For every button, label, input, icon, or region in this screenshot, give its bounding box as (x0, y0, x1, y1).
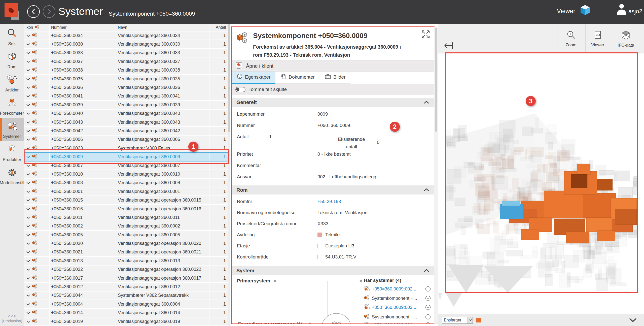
zoom-button[interactable]: Zoom (558, 26, 584, 52)
table-row[interactable]: +050=360.0005Ventilasjonsaggregat 360.00… (24, 231, 228, 239)
detail-scrollbar[interactable] (434, 27, 438, 324)
chevron-down-icon[interactable] (26, 59, 30, 64)
chevron-down-icon[interactable] (26, 42, 30, 47)
chevron-down-icon[interactable] (26, 249, 30, 255)
expand-icon[interactable] (421, 30, 430, 40)
chevron-down-icon[interactable] (26, 137, 30, 142)
column-header-nummer[interactable]: Nummer (50, 24, 116, 31)
chevron-down-icon[interactable] (26, 146, 30, 151)
table-row[interactable]: +050=360.0043Ventilasjonsaggregat 360.00… (24, 118, 228, 126)
table-row[interactable]: +050=360.0038Ventilasjonsaggregat 360.00… (24, 66, 228, 74)
chevron-down-icon[interactable] (26, 215, 30, 220)
chevron-down-icon[interactable] (26, 232, 30, 238)
table-row[interactable]: +050=360.0037Ventilasjonsaggregat 360.00… (24, 57, 228, 66)
table-row[interactable]: +050=360.0035Ventilasjonsaggregat 360.00… (24, 75, 228, 83)
chevron-down-icon[interactable] (26, 128, 30, 134)
chevron-down-icon[interactable] (26, 241, 30, 246)
add-icon[interactable] (425, 296, 431, 302)
chevron-down-icon[interactable] (26, 180, 30, 185)
chevron-down-icon[interactable] (26, 293, 30, 298)
chevron-down-icon[interactable] (629, 318, 637, 323)
system-link[interactable]: +050=360.0009:003 ... (372, 305, 417, 310)
chevron-down-icon[interactable] (26, 111, 30, 116)
chevron-down-icon[interactable] (26, 319, 30, 324)
app-logo-icon[interactable] (5, 3, 20, 21)
table-row[interactable]: +050=360.0040Ventilasjonsaggregat 360.00… (24, 110, 228, 118)
table-row[interactable]: +050=360.0015Ventilasjonsaggregat operas… (24, 196, 228, 204)
table-row[interactable]: +050=360.0022Ventilasjonsaggregat operas… (24, 266, 228, 274)
table-row[interactable]: +050=360.0030Ventilasjonsaggregat 360.00… (24, 40, 228, 48)
sidebar-item-artikler[interactable]: Artikler (0, 72, 24, 95)
chevron-down-icon[interactable] (26, 223, 30, 229)
back-button[interactable] (27, 5, 40, 18)
chevron-down-icon[interactable] (26, 85, 30, 90)
sidebar-item-modellinnstill[interactable]: Modellinnstill (0, 165, 24, 188)
add-icon[interactable] (425, 305, 431, 311)
chevron-down-icon[interactable] (26, 163, 30, 168)
table-row[interactable]: +050=360.0016Ventilasjonsaggregat operas… (24, 205, 228, 213)
collapse-panel-icon[interactable] (443, 40, 454, 52)
2d-viewer-button[interactable]: 2D Viewer (585, 26, 611, 52)
table-row[interactable]: +050=360.0044Systembærer V362 Separatavt… (24, 291, 228, 300)
table-row[interactable]: +050=360.0041Ventilasjonsaggregat 360.00… (24, 92, 228, 100)
chevron-down-icon[interactable] (26, 310, 30, 315)
table-scrollbar[interactable] (228, 24, 230, 326)
table-row[interactable]: +050=360.0034Ventilasjonsaggregat 360.00… (24, 31, 228, 40)
add-icon[interactable] (425, 286, 431, 293)
chevron-down-icon[interactable] (26, 276, 30, 281)
section-header-generelt[interactable]: Generelt (232, 98, 434, 107)
chevron-down-icon[interactable] (26, 76, 30, 82)
section-header-system[interactable]: System (232, 266, 434, 275)
add-icon[interactable] (425, 322, 431, 324)
viewer-cube-icon[interactable] (579, 4, 592, 18)
table-row[interactable]: +050=360.0006Ventilasjonsaggregat 360.00… (24, 136, 228, 144)
chevron-down-icon[interactable] (26, 284, 30, 289)
user-avatar-icon[interactable] (616, 3, 628, 17)
table-row[interactable]: +050=360.0004Ventilasjonsaggregat 360.00… (24, 300, 228, 308)
tab-dokumenter[interactable]: Dokumenter (275, 72, 320, 84)
color-mode-select[interactable]: Ensfarget (442, 317, 473, 324)
chevron-down-icon[interactable] (26, 267, 30, 272)
room-number-link[interactable]: F50.29.193 (317, 199, 341, 204)
empty-fields-toggle[interactable] (235, 87, 245, 92)
table-row[interactable]: +050=360.0011Ventilasjonsaggregat 360.00… (24, 213, 228, 221)
column-header-antall[interactable]: Antall (209, 24, 227, 31)
table-row[interactable]: +050=360.0023Systembærer V360 Felles1 (24, 144, 228, 152)
chevron-down-icon[interactable] (26, 102, 30, 108)
table-row[interactable]: +050=360.0042Ventilasjonsaggregat 360.00… (24, 127, 228, 135)
table-row[interactable]: +050=360.0021Ventilasjonsaggregat operas… (24, 248, 228, 256)
forward-button[interactable] (43, 5, 55, 18)
table-row[interactable]: +050=360.0001Ventilasjonsaggregat 360.00… (24, 187, 228, 195)
ifc-data-button[interactable]: IFC-data (613, 26, 639, 52)
table-row[interactable]: +050=360.0007Ventilasjonsaggregat 360.00… (24, 161, 228, 170)
table-row[interactable]: +050=360.0009Ventilasjonsaggregat 360.00… (24, 153, 228, 161)
sidebar-item-forekomster[interactable]: Forekomster (0, 95, 24, 118)
table-row[interactable]: +050=360.0002Ventilasjonsaggregat 360.00… (24, 222, 228, 230)
chevron-down-icon[interactable] (26, 120, 30, 125)
table-row[interactable]: +050=360.0013Ventilasjonsaggregat 360.00… (24, 257, 228, 265)
system-link[interactable]: +050=360.0009:001 (372, 322, 412, 324)
table-row[interactable]: +050=360.0019Ventilasjonsaggregat 360.00… (24, 317, 228, 325)
sidebar-item-s-k[interactable]: Søk (0, 25, 24, 49)
system-link[interactable]: +050=360.0009:002 ... (372, 286, 417, 292)
chevron-down-icon[interactable] (26, 172, 30, 177)
3d-model[interactable] (446, 53, 637, 292)
chevron-down-icon[interactable] (26, 33, 30, 38)
sidebar-item-systemer[interactable]: Systemer (0, 118, 24, 141)
chevron-down-icon[interactable] (26, 198, 30, 203)
chevron-down-icon[interactable] (26, 50, 30, 55)
table-row[interactable]: +050=360.0020Ventilasjonsaggregat operas… (24, 239, 228, 247)
chevron-down-icon[interactable] (26, 302, 30, 307)
table-row[interactable]: +050=360.0014Ventilasjonsaggregat 360.00… (24, 309, 228, 317)
chevron-down-icon[interactable] (26, 258, 30, 264)
table-row[interactable]: +050=360.0012Ventilasjonsaggregat 360.00… (24, 283, 228, 291)
open-in-client-button[interactable]: Åpne i klient (232, 60, 434, 72)
table-row[interactable]: +050=360.0036Ventilasjonsaggregat 360.00… (24, 83, 228, 91)
tab-egenskaper[interactable]: i Egenskaper (232, 72, 275, 84)
chevron-down-icon[interactable] (26, 206, 30, 212)
table-row[interactable]: +050=360.0039Ventilasjonsaggregat 360.00… (24, 101, 228, 109)
chevron-down-icon[interactable] (26, 154, 30, 159)
section-header-rom[interactable]: Rom (232, 185, 434, 194)
table-row[interactable]: +050=360.0017Ventilasjonsaggregat operas… (24, 274, 228, 282)
tab-bilder[interactable]: Bilder (320, 72, 351, 84)
